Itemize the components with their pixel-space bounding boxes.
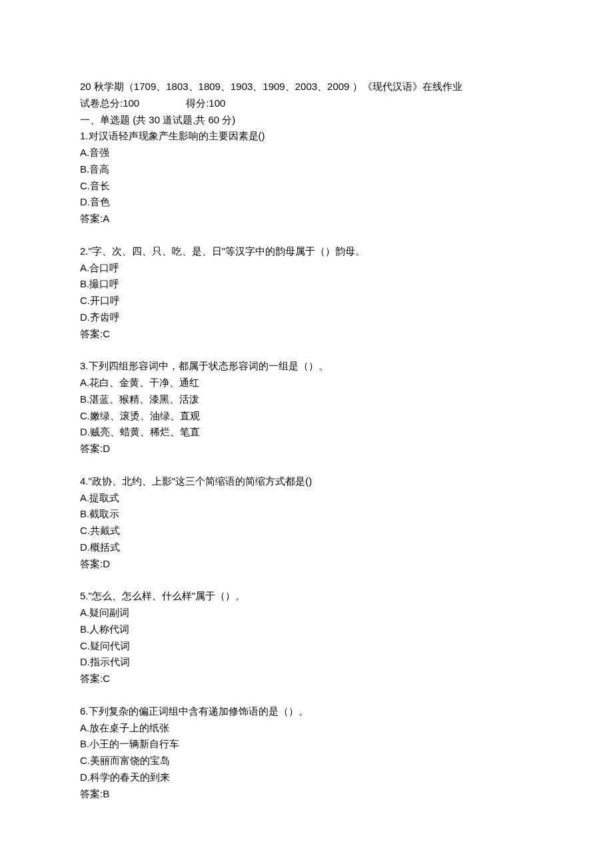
- question-option: B.截取示: [80, 506, 533, 523]
- question-option: C.美丽而富饶的宝岛: [80, 753, 533, 769]
- question-answer: 答案:B: [80, 786, 533, 803]
- question-option: D.贼亮、蜡黄、稀烂、笔直: [80, 424, 533, 441]
- question-prompt: 2."字、次、四、只、吃、是、日"等汉字中的韵母属于（）韵母。: [80, 243, 533, 260]
- question-option: D.指示代词: [80, 654, 533, 671]
- question-option: C.音长: [80, 178, 533, 195]
- question-option: D.音色: [80, 194, 533, 211]
- question-option: A.疑问副词: [80, 605, 533, 621]
- question-option: D.科学的春天的到来: [80, 769, 533, 786]
- question-2: 2."字、次、四、只、吃、是、日"等汉字中的韵母属于（）韵母。 A.合口呼 B.…: [80, 243, 533, 343]
- question-option: A.放在桌子上的纸张: [80, 720, 533, 737]
- question-answer: 答案:C: [80, 326, 533, 343]
- question-prompt: 1.对汉语轻声现象产生影响的主要因素是(): [80, 128, 533, 145]
- question-5: 5."怎么、怎么样、什么样"属于（）。 A.疑问副词 B.人称代词 C.疑问代词…: [80, 588, 533, 687]
- question-prompt: 5."怎么、怎么样、什么样"属于（）。: [80, 588, 533, 605]
- question-prompt: 6.下列复杂的偏正词组中含有递加修饰语的是（）。: [80, 703, 533, 720]
- question-option: C.疑问代词: [80, 638, 533, 655]
- exam-header: 20 秋学期（1709、1803、1809、1903、1909、2003、200…: [80, 79, 533, 227]
- section-title: 一、单选题 (共 30 道试题,共 60 分): [80, 112, 533, 129]
- question-answer: 答案:C: [80, 671, 533, 687]
- question-option: D.概括式: [80, 539, 533, 556]
- question-option: D.齐齿呼: [80, 309, 533, 326]
- question-option: C.嫩绿、滚烫、油绿、直观: [80, 408, 533, 425]
- question-answer: 答案:D: [80, 556, 533, 573]
- question-option: B.小王的一辆新自行车: [80, 736, 533, 753]
- question-answer: 答案:D: [80, 441, 533, 457]
- question-option: B.人称代词: [80, 621, 533, 638]
- question-option: B.湛蓝、猴精、漆黑、活泼: [80, 391, 533, 408]
- question-option: C.开口呼: [80, 293, 533, 309]
- question-option: B.撮口呼: [80, 276, 533, 293]
- question-option: A.花白、金黄、干净、通红: [80, 375, 533, 391]
- obtained-score-label: 得分:100: [186, 97, 225, 109]
- question-option: A.提取式: [80, 490, 533, 507]
- question-answer: 答案:A: [80, 211, 533, 227]
- question-option: A.合口呼: [80, 260, 533, 277]
- question-prompt: 4."政协、北约、上影"这三个简缩语的简缩方式都是(): [80, 473, 533, 490]
- question-3: 3.下列四组形容词中，都属于状态形容词的一组是（）。 A.花白、金黄、干净、通红…: [80, 358, 533, 457]
- exam-title: 20 秋学期（1709、1803、1809、1903、1909、2003、200…: [80, 79, 533, 95]
- question-4: 4."政协、北约、上影"这三个简缩语的简缩方式都是() A.提取式 B.截取示 …: [80, 473, 533, 573]
- question-6: 6.下列复杂的偏正词组中含有递加修饰语的是（）。 A.放在桌子上的纸张 B.小王…: [80, 703, 533, 803]
- question-option: B.音高: [80, 161, 533, 178]
- exam-score-line: 试卷总分:100得分:100: [80, 95, 533, 112]
- total-score-label: 试卷总分:100: [80, 97, 139, 109]
- question-option: C.共戴式: [80, 523, 533, 539]
- question-option: A.音强: [80, 145, 533, 161]
- question-prompt: 3.下列四组形容词中，都属于状态形容词的一组是（）。: [80, 358, 533, 375]
